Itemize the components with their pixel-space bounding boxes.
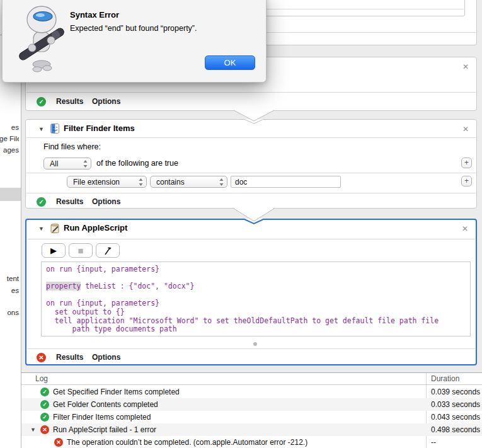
code-line: set output to {}	[46, 308, 466, 317]
editor-resize-handle[interactable]	[253, 342, 257, 346]
code-line: property theList : {"doc", "docx"}	[46, 282, 466, 291]
results-button[interactable]: Results	[56, 353, 83, 362]
action-filter-finder-items: ▼ Filter Finder Items ✕ Find files where…	[25, 119, 477, 209]
code-line	[46, 274, 466, 283]
results-button[interactable]: Results	[56, 97, 83, 106]
success-icon: ✓	[37, 197, 46, 207]
add-rule-button[interactable]: +	[461, 176, 472, 187]
error-icon: ✕	[37, 353, 46, 362]
log-row[interactable]: ✓ Filter Finder Items completed 0.043 se…	[21, 411, 482, 423]
play-icon: ▶	[50, 246, 57, 255]
action-run-applescript: ▼ Run AppleScript ✕ ▶ ■ on run {input, p…	[25, 219, 477, 365]
options-button[interactable]: Options	[92, 197, 120, 207]
error-icon: ✕	[40, 425, 49, 434]
match-popup[interactable]: All	[43, 158, 91, 169]
options-button[interactable]: Options	[92, 353, 120, 362]
log-row-duration: 0.043 seconds	[431, 411, 480, 423]
rule-operator-value: contains	[156, 178, 185, 187]
run-script-button[interactable]: ▶	[42, 243, 66, 258]
disclosure-triangle-icon[interactable]: ▼	[38, 126, 44, 132]
automator-window: es ge Files ages tent es ons ✕ Repeat fo…	[0, 0, 482, 448]
action-title: Run AppleScript	[64, 223, 127, 233]
rule-operator-popup[interactable]: contains	[150, 176, 227, 188]
log-row-text: Filter Finder Items completed	[53, 411, 151, 423]
code-line	[46, 291, 466, 300]
stop-script-button[interactable]: ■	[69, 243, 93, 258]
applescript-editor[interactable]: on run {input, parameters} property theL…	[41, 261, 471, 336]
log-row-text: Get Specified Finder Items completed	[53, 386, 180, 398]
success-icon: ✓	[40, 400, 49, 409]
dialog-message: Expected “end” but found “property”.	[70, 24, 197, 33]
ok-button[interactable]: OK	[205, 55, 255, 70]
code-line: on run {input, parameters}	[46, 265, 466, 274]
stop-icon: ■	[77, 245, 83, 256]
sidebar-item[interactable]: es	[0, 123, 19, 131]
log-pane: Log Duration ✓ Get Specified Finder Item…	[21, 372, 482, 448]
match-suffix-label: of the following are true	[96, 159, 178, 168]
applescript-icon	[50, 223, 60, 234]
results-button[interactable]: Results	[56, 197, 83, 207]
action-connector	[224, 105, 284, 125]
chevron-updown-icon	[139, 178, 143, 186]
add-rule-button[interactable]: +	[461, 158, 472, 168]
sidebar-item[interactable]: ge Files	[0, 135, 19, 142]
action-footer: ✕ Results Options	[26, 351, 476, 365]
log-row[interactable]: ✕ The operation couldn’t be completed. (…	[21, 436, 482, 448]
sidebar-item[interactable]: es	[0, 287, 19, 294]
log-row-text: Run AppleScript failed - 1 error	[53, 423, 156, 436]
sidebar-selected-row[interactable]	[0, 188, 21, 201]
chevron-updown-icon	[219, 178, 224, 186]
highlighted-keyword: property	[46, 282, 81, 290]
disclosure-triangle-icon[interactable]: ▼	[38, 226, 44, 232]
error-icon: ✕	[54, 438, 63, 447]
log-row[interactable]: ▼ ✕ Run AppleScript failed - 1 error 0.4…	[21, 423, 482, 436]
log-row[interactable]: ✓ Get Specified Finder Items completed 0…	[21, 386, 482, 398]
compile-script-button[interactable]	[96, 243, 120, 258]
options-button[interactable]: Options	[92, 97, 120, 106]
duration-column-header: Duration	[431, 373, 459, 385]
code-line: on run {input, parameters}	[46, 299, 466, 308]
close-icon[interactable]: ✕	[462, 125, 469, 134]
rule-attribute-popup[interactable]: File extension	[67, 176, 147, 188]
log-row-duration: 0.039 seconds	[431, 386, 480, 398]
filter-finder-items-icon	[50, 123, 60, 134]
log-row-duration: 0.498 seconds	[431, 423, 480, 436]
log-header-row: Log Duration	[21, 373, 482, 385]
chevron-updown-icon	[83, 160, 88, 168]
sidebar-item[interactable]: tent	[0, 275, 19, 282]
syntax-error-dialog: Syntax Error Expected “end” but found “p…	[2, 0, 267, 83]
find-files-label: Find files where:	[43, 142, 101, 151]
log-row-duration: 0.033 seconds	[431, 398, 480, 411]
success-icon: ✓	[37, 97, 46, 106]
code-line: tell application "Microsoft Word" to set…	[46, 317, 466, 326]
success-icon: ✓	[40, 413, 49, 422]
action-title: Filter Finder Items	[64, 123, 135, 134]
hammer-icon	[101, 244, 114, 257]
rule-attribute-value: File extension	[73, 178, 120, 187]
code-text: theList : {"doc", "docx"}	[81, 282, 194, 290]
log-row-text: Get Folder Contents completed	[53, 398, 158, 411]
log-row-duration: --	[431, 436, 436, 448]
match-popup-value: All	[50, 159, 58, 168]
disclosure-triangle-icon[interactable]: ▼	[30, 427, 36, 433]
code-line: path type documents path	[46, 325, 466, 334]
action-connector	[224, 202, 284, 225]
log-row[interactable]: ✓ Get Folder Contents completed 0.033 se…	[21, 398, 482, 411]
close-icon[interactable]: ✕	[462, 62, 469, 71]
sidebar-item[interactable]: ons	[0, 309, 19, 316]
log-row-text: The operation couldn’t be completed. (co…	[67, 436, 307, 448]
rule-value-input[interactable]	[231, 176, 341, 188]
automator-robot-icon	[18, 4, 65, 74]
close-icon[interactable]: ✕	[462, 224, 468, 233]
log-column-header: Log	[35, 373, 48, 385]
sidebar-item[interactable]: ages	[0, 146, 19, 154]
success-icon: ✓	[40, 388, 49, 396]
dialog-title: Syntax Error	[70, 10, 119, 20]
